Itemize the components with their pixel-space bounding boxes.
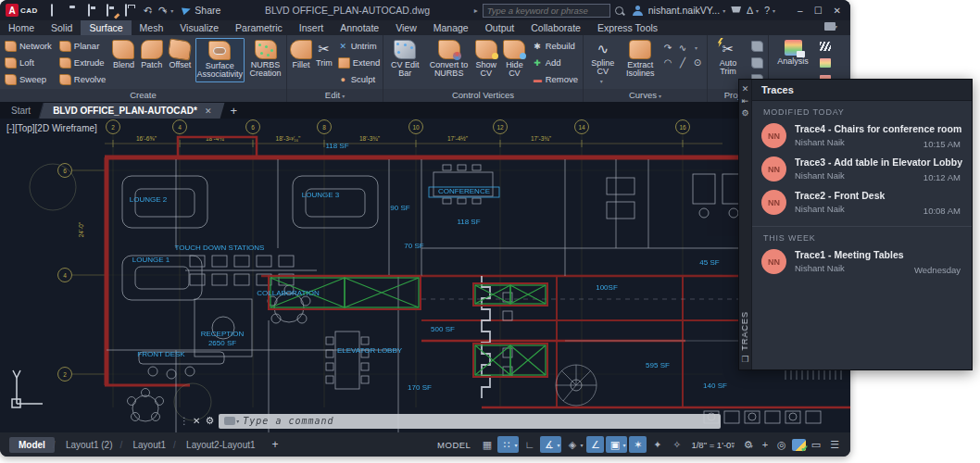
rebuild-button[interactable]: ✱Rebuild <box>530 38 581 54</box>
ribbon-tab[interactable]: View <box>387 20 425 35</box>
palette-autohide-icon[interactable]: ⇤ <box>742 95 749 107</box>
trace-item[interactable]: NN Trace3 - Add table in Elevator Lobby … <box>752 154 972 187</box>
analysis-options-button[interactable]: Analysis <box>771 38 815 68</box>
toggle-dropdown-icon[interactable]: ▾ <box>622 442 625 448</box>
settings-gear-button[interactable]: ⚙▾ <box>740 439 757 451</box>
help-dropdown-icon[interactable]: ▾ <box>773 7 775 14</box>
ribbon-tab[interactable]: Insert <box>291 20 332 35</box>
layout-tab[interactable]: Model <box>9 437 55 453</box>
redo-dropdown-icon[interactable]: ▾ <box>164 9 167 15</box>
isolate-objects-button[interactable]: ◎ <box>773 439 790 451</box>
convert-to-nurbs-button[interactable]: Convert to NURBS <box>427 38 471 81</box>
spline-cv-dropdown-icon[interactable]: ▾ <box>600 79 603 84</box>
curvature-analysis-button[interactable] <box>817 55 834 70</box>
trace-item[interactable]: NN Trace1 - Meeting Tables Nishant Naik … <box>752 246 972 280</box>
toggle-dropdown-icon[interactable]: ▾ <box>557 442 559 448</box>
add-cleanup-button[interactable]: + <box>759 439 772 450</box>
blend-button[interactable]: Blend <box>110 38 136 71</box>
ribbon-tab[interactable]: Parametric <box>227 20 291 35</box>
search-input[interactable] <box>483 4 610 18</box>
loft-button[interactable]: Loft <box>2 55 55 70</box>
new-layout-button[interactable]: + <box>272 438 279 451</box>
ribbon-tab[interactable]: Mesh <box>132 20 172 35</box>
toggle-dropdown-icon[interactable]: ▾ <box>580 442 583 448</box>
new-drawing-tab-button[interactable]: + <box>230 104 237 119</box>
customization-menu-button[interactable]: ☰ <box>826 439 843 451</box>
palette-close-icon[interactable]: ✕ <box>742 83 749 95</box>
sweep-button[interactable]: Sweep <box>2 71 55 87</box>
sculpt-button[interactable]: ●Sculpt <box>335 71 383 87</box>
spline-cv-button[interactable]: ∿Spline CV▾ <box>585 38 621 86</box>
open-button[interactable] <box>69 5 82 17</box>
drawing-tab[interactable]: BLVD OFFICE_PLAN-AUTOCAD*✕ <box>42 103 222 119</box>
user-icon[interactable] <box>633 6 643 16</box>
curves-panel-label[interactable]: Curves▾ <box>584 89 707 102</box>
patch-button[interactable]: Patch <box>139 38 165 71</box>
spline-freehand-icon[interactable]: ∿ <box>679 43 686 53</box>
project-geometry-button-2[interactable] <box>748 55 766 70</box>
graphics-performance-button[interactable]: ✔ <box>792 439 806 451</box>
ribbon-tab[interactable]: Home <box>0 20 43 35</box>
toggle-dropdown-icon[interactable]: ▾ <box>514 442 517 448</box>
planar-button[interactable]: Planar <box>57 38 108 54</box>
object-snap-tracking-icon[interactable]: ∠▾ <box>586 436 604 453</box>
viewport-controls-label[interactable]: [-][Top][2D Wireframe] <box>6 123 97 133</box>
collapse-arrow-icon[interactable]: ▸ <box>474 6 478 15</box>
new-drawing-button[interactable] <box>51 5 63 17</box>
search-icon[interactable] <box>615 6 623 15</box>
blend-curve-icon[interactable]: ↷ <box>664 43 672 53</box>
extend-button[interactable]: Extend <box>335 55 383 70</box>
autodesk-dropdown-icon[interactable]: ▾ <box>756 7 759 14</box>
nurbs-creation-toggle[interactable]: NURBS Creation <box>246 38 284 81</box>
close-button[interactable]: ✕ <box>834 6 841 16</box>
annotation-visibility-icon[interactable]: ✶▾ <box>629 436 647 453</box>
remove-cv-button[interactable]: ▬Remove <box>530 71 581 87</box>
show-cv-button[interactable]: Show CV <box>473 38 500 81</box>
cv-edit-bar-button[interactable]: CV Edit Bar <box>385 38 425 81</box>
model-space-indicator[interactable]: MODEL <box>437 440 471 450</box>
project-geometry-button-1[interactable] <box>748 38 766 54</box>
drawing-canvas[interactable]: [-][Top][2D Wireframe] 24681012141616'-6… <box>0 119 850 432</box>
customize-wrench-icon[interactable]: ⚙ <box>205 415 214 427</box>
save-as-button[interactable] <box>107 5 119 17</box>
layout-tab[interactable]: Layout1 (2) <box>57 437 122 453</box>
undo-button[interactable]: ↶▾ <box>144 5 152 17</box>
ribbon-tab[interactable]: Visualize <box>171 20 227 35</box>
scale-dropdown-icon[interactable]: ▾ <box>732 444 735 449</box>
add-cv-button[interactable]: ✚Add <box>530 55 581 70</box>
surface-associativity-toggle[interactable]: Surface Associativity <box>195 38 245 82</box>
trace-item[interactable]: NN Trace2 - Front Desk Nishant Naik 10:0… <box>752 187 972 220</box>
gear-dropdown-icon[interactable]: ▾ <box>750 444 753 449</box>
grid-icon[interactable]: ▦▾ <box>478 436 496 453</box>
line-icon[interactable]: ╱ <box>680 57 685 68</box>
workspace-switcher[interactable]: ▾ <box>824 22 837 31</box>
plot-button[interactable] <box>125 5 137 17</box>
maximize-button[interactable]: ☐ <box>814 6 823 16</box>
ribbon-tab[interactable]: Annotate <box>332 20 387 35</box>
create-panel-label[interactable]: Create <box>0 89 286 102</box>
annotation-scale-icon[interactable]: ✧▾ <box>668 436 685 453</box>
command-recent-icon[interactable] <box>224 417 235 425</box>
ribbon-tab[interactable]: Express Tools <box>589 20 666 35</box>
command-input[interactable]: ▾ Type a command <box>219 414 721 429</box>
object-snap-icon[interactable]: ▣▾ <box>606 436 627 453</box>
trace-item[interactable]: NN Trace4 - Chairs for conference room N… <box>752 120 972 154</box>
command-dropdown-icon[interactable]: ▾ <box>236 418 239 424</box>
ortho-icon[interactable]: ∟▾ <box>521 436 538 453</box>
snap-icon[interactable]: ∷▾ <box>497 436 519 453</box>
ribbon-tab[interactable]: Solid <box>43 20 81 35</box>
arc-icon[interactable]: ◠ <box>664 57 672 68</box>
share-button[interactable]: Share <box>182 5 220 16</box>
qat-customize-icon[interactable]: ▾ <box>170 7 173 14</box>
help-icon[interactable]: ? <box>764 5 770 17</box>
palette-properties-icon[interactable]: ⚙ <box>741 107 748 119</box>
palette-dock-icon[interactable]: ❐ <box>741 355 748 364</box>
start-tab[interactable]: Start <box>0 103 42 119</box>
trim-button[interactable]: ✂Trim <box>315 38 333 69</box>
undo-dropdown-icon[interactable]: ▾ <box>149 9 152 15</box>
circle-icon[interactable]: ⊙ <box>694 57 701 68</box>
minimize-button[interactable]: – <box>798 6 803 16</box>
offset-button[interactable]: Offset <box>167 38 193 71</box>
ribbon-tab[interactable]: Output <box>477 20 523 35</box>
auto-trim-button[interactable]: ✂ Auto Trim <box>710 38 747 79</box>
